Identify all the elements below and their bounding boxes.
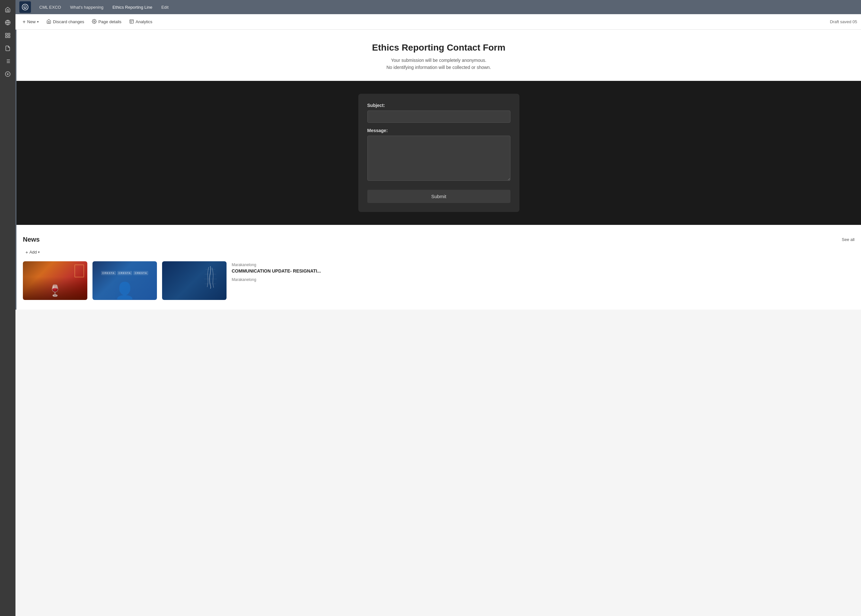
toolbar: + New ▾ Discard changes Page details — [16, 14, 861, 30]
message-group: Message: — [367, 128, 511, 182]
submit-button[interactable]: Submit — [367, 190, 511, 203]
sidebar-item-add[interactable] — [2, 68, 14, 80]
page-content: Ethics Reporting Contact Form Your submi… — [16, 30, 861, 616]
svg-text:C: C — [24, 6, 26, 9]
message-label: Message: — [367, 128, 511, 133]
sidebar-item-document[interactable] — [2, 42, 14, 54]
app-logo: C — [19, 1, 31, 13]
page-title: Ethics Reporting Contact Form — [23, 42, 855, 53]
sidebar-item-list[interactable] — [2, 55, 14, 67]
news-card-1[interactable]: 🍷 — [23, 261, 87, 300]
form-section: Subject: Message: Submit — [16, 81, 861, 225]
svg-rect-20 — [130, 19, 134, 23]
svg-rect-3 — [8, 33, 10, 35]
plus-icon: + — [22, 19, 25, 25]
news-section: News See all + Add ▾ 🍷 — [16, 226, 861, 310]
map-svg — [198, 264, 223, 290]
subject-group: Subject: — [367, 103, 511, 123]
discard-changes-button[interactable]: Discard changes — [43, 17, 87, 27]
add-chevron-icon: ▾ — [38, 250, 39, 254]
news-headline[interactable]: COMMUNICATION UPDATE- RESIGNATI... — [232, 269, 855, 273]
subject-label: Subject: — [367, 103, 511, 108]
new-button[interactable]: + New ▾ — [19, 17, 42, 27]
nav-edit[interactable]: Edit — [157, 3, 173, 12]
page-subtitle-line2: No identifying information will be colle… — [23, 64, 855, 71]
news-image-3 — [162, 261, 226, 300]
news-card-3[interactable] — [162, 261, 226, 300]
analytics-icon — [129, 19, 134, 25]
form-card: Subject: Message: Submit — [358, 94, 519, 212]
page-subtitle-line1: Your submission will be completely anony… — [23, 57, 855, 64]
page-wrapper: Ethics Reporting Contact Form Your submi… — [16, 30, 861, 310]
svg-point-19 — [94, 20, 95, 22]
news-card-2[interactable]: CRESTACRESTACRESTA 👤 — [93, 261, 157, 300]
svg-rect-4 — [5, 36, 7, 38]
nav-ethics-reporting[interactable]: Ethics Reporting Line — [108, 3, 157, 12]
discard-icon — [46, 19, 51, 25]
nav-brand[interactable]: CML EXCO — [35, 3, 65, 12]
news-grid: 🍷 CRESTACRESTACRESTA 👤 — [23, 261, 855, 300]
news-image-1: 🍷 — [23, 261, 87, 300]
news-author2: Marakanelong — [232, 277, 855, 282]
news-author: Marakanelong — [232, 262, 855, 267]
news-title: News — [23, 236, 39, 243]
news-text-card: Marakanelong COMMUNICATION UPDATE- RESIG… — [232, 261, 855, 300]
analytics-button[interactable]: Analytics — [126, 17, 156, 27]
subject-input[interactable] — [367, 110, 511, 123]
chevron-down-icon: ▾ — [37, 20, 39, 24]
sidebar-item-grid[interactable] — [2, 30, 14, 41]
sidebar — [0, 0, 16, 616]
sidebar-item-home[interactable] — [2, 4, 14, 16]
top-nav: C CML EXCO What's happening Ethics Repor… — [16, 0, 861, 14]
news-add-button[interactable]: + Add ▾ — [23, 248, 42, 256]
message-textarea[interactable] — [367, 136, 511, 181]
nav-whats-happening[interactable]: What's happening — [65, 3, 108, 12]
svg-rect-2 — [5, 33, 7, 35]
draft-status: Draft saved 05 — [830, 19, 857, 24]
news-image-2: CRESTACRESTACRESTA 👤 — [93, 261, 157, 300]
see-all-link[interactable]: See all — [842, 237, 855, 242]
cresta-logo-deco: CRESTACRESTACRESTA — [101, 271, 149, 275]
page-header: Ethics Reporting Contact Form Your submi… — [16, 30, 861, 81]
svg-rect-5 — [8, 36, 10, 38]
add-icon: + — [25, 250, 28, 255]
settings-icon — [92, 19, 97, 25]
sidebar-item-globe[interactable] — [2, 17, 14, 28]
page-details-button[interactable]: Page details — [89, 17, 125, 27]
main-area: C CML EXCO What's happening Ethics Repor… — [16, 0, 861, 616]
news-header: News See all — [23, 236, 855, 243]
